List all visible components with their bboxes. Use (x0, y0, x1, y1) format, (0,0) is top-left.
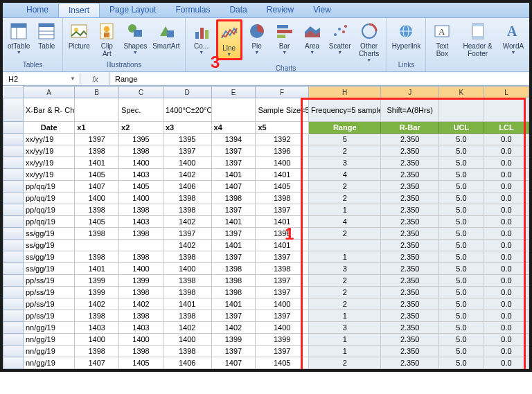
cell[interactable]: 1401 (75, 157, 119, 169)
bar-chart-button[interactable]: Bar▼ (272, 19, 298, 56)
grid[interactable]: ABCDEFHJKL X-Bar & R- ChartSpec.1400°C±2… (3, 86, 529, 369)
cell[interactable]: 1398 (256, 263, 309, 275)
column-header-B[interactable]: B (75, 87, 119, 98)
cell[interactable]: 2.350 (381, 287, 439, 298)
cell[interactable]: 2.350 (381, 240, 439, 251)
table-header-cell[interactable]: x5 (256, 122, 309, 134)
cell[interactable]: X-Bar & R- Chart (24, 98, 75, 122)
cell[interactable]: 1397 (256, 346, 309, 357)
cell[interactable]: 2.350 (381, 181, 439, 192)
ribbon-tab-review[interactable]: Review (257, 3, 303, 17)
cell[interactable]: 1398 (119, 287, 163, 298)
row-header[interactable] (3, 169, 24, 181)
cell[interactable]: 1401 (75, 263, 119, 275)
cell[interactable]: 0.0 (484, 346, 529, 357)
cell[interactable]: 2.350 (381, 298, 439, 310)
cell[interactable]: 1397 (211, 145, 256, 157)
cell[interactable]: 5 (308, 134, 380, 145)
cell[interactable]: 1407 (75, 357, 119, 369)
cell[interactable]: 1397 (163, 228, 211, 240)
cell[interactable]: 1396 (256, 145, 309, 157)
cell[interactable] (308, 240, 380, 251)
cell[interactable]: 0.0 (484, 181, 529, 192)
cell[interactable]: 1400 (256, 157, 309, 169)
cell[interactable]: 1406 (163, 357, 211, 369)
cell[interactable]: 1405 (119, 181, 163, 192)
cell[interactable]: 1400°C±20°C (163, 98, 211, 122)
row-header[interactable] (3, 263, 24, 275)
cell[interactable]: pp/ss/19 (24, 310, 75, 322)
cell[interactable]: 5.0 (438, 346, 484, 357)
column-chart-button[interactable]: Co...▼ (188, 19, 215, 56)
cell[interactable]: Frequency=5 samples per 2 Hrs (308, 98, 380, 122)
column-header-H[interactable]: H (308, 87, 380, 98)
cell[interactable]: 2.350 (381, 204, 439, 216)
cell[interactable]: 1401 (211, 169, 256, 181)
ribbon-tab-page-layout[interactable]: Page Layout (100, 3, 166, 17)
cell[interactable]: 0.0 (484, 322, 529, 334)
cell[interactable]: 5.0 (438, 169, 484, 181)
table-header-cell[interactable]: R-Bar (381, 122, 439, 134)
cell[interactable]: 5.0 (438, 157, 484, 169)
row-header[interactable] (3, 275, 24, 287)
cell[interactable]: 1401 (211, 298, 256, 310)
textbox-button[interactable]: AText Box (429, 19, 455, 59)
column-header-A[interactable]: A (24, 87, 75, 98)
cell[interactable]: ss/gg/19 (24, 251, 75, 263)
cell[interactable]: 2.350 (381, 134, 439, 145)
table-header-cell[interactable]: LCL (484, 122, 529, 134)
cell[interactable]: nn/gg/19 (24, 346, 75, 357)
cell[interactable]: ss/gg/19 (24, 228, 75, 240)
area-chart-button[interactable]: Area▼ (299, 19, 326, 56)
cell[interactable]: 2.350 (381, 228, 439, 240)
cell[interactable]: 5.0 (438, 334, 484, 346)
cell[interactable]: 1398 (163, 346, 211, 357)
table-header-cell[interactable]: x3 (163, 122, 211, 134)
cell[interactable]: 5.0 (438, 298, 484, 310)
cell[interactable]: 1402 (211, 322, 256, 334)
cell[interactable]: 1403 (119, 322, 163, 334)
cell[interactable]: ss/gg/19 (24, 263, 75, 275)
cell[interactable]: 1398 (75, 204, 119, 216)
cell[interactable]: 1407 (211, 357, 256, 369)
cell[interactable]: 5.0 (438, 216, 484, 228)
cell[interactable]: 1398 (163, 204, 211, 216)
cell[interactable]: 1397 (211, 228, 256, 240)
cell[interactable]: 1399 (119, 275, 163, 287)
select-all-corner[interactable] (3, 87, 24, 98)
cell[interactable]: xx/yy/19 (24, 169, 75, 181)
cell[interactable]: 0.0 (484, 240, 529, 251)
cell[interactable]: 5.0 (438, 228, 484, 240)
cell[interactable]: 1405 (256, 181, 309, 192)
cell[interactable]: 1401 (256, 216, 309, 228)
cell[interactable]: 1394 (211, 134, 256, 145)
cell[interactable]: pp/ss/19 (24, 298, 75, 310)
cell[interactable]: pp/qq/19 (24, 216, 75, 228)
cell[interactable]: 1398 (75, 310, 119, 322)
cell[interactable]: 1397 (256, 310, 309, 322)
cell[interactable]: 1392 (256, 134, 309, 145)
cell[interactable]: 1400 (75, 192, 119, 204)
cell[interactable]: 1401 (211, 216, 256, 228)
cell[interactable]: 1398 (75, 145, 119, 157)
cell[interactable]: 2 (308, 228, 380, 240)
cell[interactable]: 1401 (163, 298, 211, 310)
row-header[interactable] (3, 98, 24, 122)
cell[interactable]: 2 (308, 145, 380, 157)
cell[interactable]: 1400 (163, 157, 211, 169)
wordart-button[interactable]: AWordA▼ (500, 19, 526, 56)
cell[interactable]: pp/ss/19 (24, 287, 75, 298)
other-charts-button[interactable]: Other Charts▼ (355, 19, 384, 64)
scatter-chart-button[interactable]: Scatter▼ (327, 19, 353, 56)
cell[interactable]: 1398 (256, 192, 309, 204)
cell[interactable]: 2.350 (381, 275, 439, 287)
row-header[interactable] (3, 134, 24, 145)
cell[interactable]: 0.0 (484, 334, 529, 346)
cell[interactable]: pp/qq/19 (24, 204, 75, 216)
cell[interactable]: xx/yy/19 (24, 134, 75, 145)
cell[interactable]: 0.0 (484, 357, 529, 369)
cell[interactable]: 2.350 (381, 357, 439, 369)
row-header[interactable] (3, 122, 24, 134)
cell[interactable] (484, 98, 529, 122)
cell[interactable]: 1401 (256, 169, 309, 181)
